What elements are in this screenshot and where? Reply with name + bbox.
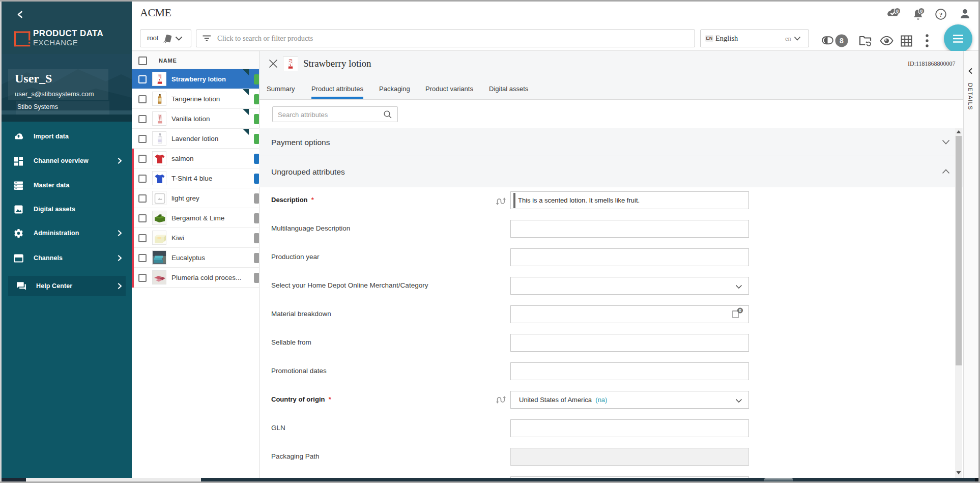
svg-text:?: ? (939, 11, 942, 18)
svg-text:8: 8 (840, 37, 844, 45)
svg-text:0: 0 (739, 308, 741, 313)
svg-text:0: 0 (896, 9, 899, 14)
svg-text:0: 0 (920, 9, 923, 14)
